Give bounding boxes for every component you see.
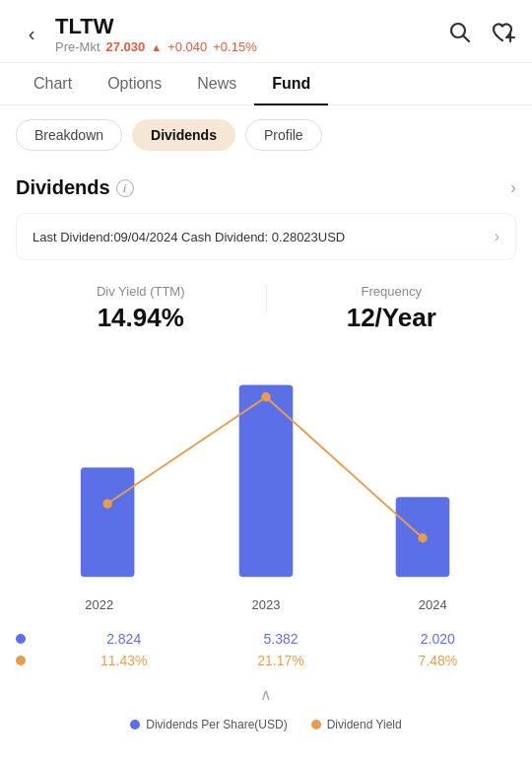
chart-area [16, 353, 516, 593]
dividends-val-2022: 2.824 [45, 631, 202, 647]
dividend-info-box[interactable]: Last Dividend:09/04/2024 Cash Dividend: … [16, 213, 516, 260]
yield-dot-2024 [418, 533, 427, 542]
dividends-dot-icon [16, 634, 26, 644]
section-title: Dividends i [16, 176, 134, 199]
dividends-dot-label [16, 634, 45, 644]
section-header: Dividends i › [0, 165, 532, 207]
pre-mkt-label: Pre-Mkt [55, 39, 100, 54]
price-arrow-icon: ▲ [151, 41, 162, 53]
sub-tabs: Breakdown Dividends Profile [0, 105, 532, 165]
data-rows: 2.824 5.382 2.020 11.43% 21.17% 7.48% [0, 620, 532, 675]
price-value: 27.030 [106, 39, 146, 54]
tab-fund[interactable]: Fund [254, 63, 328, 104]
search-icon[interactable] [447, 20, 471, 49]
section-chevron-icon[interactable]: › [510, 177, 516, 198]
yield-dot-2022 [102, 499, 111, 508]
data-row-yield: 11.43% 21.17% 7.48% [16, 650, 516, 671]
stat-div-yield-label: Div Yield (TTM) [16, 284, 266, 299]
collapse-section[interactable]: ∧ [0, 675, 532, 710]
yield-val-2023: 21.17% [202, 653, 359, 668]
legend-item-yield: Dividend Yield [311, 718, 402, 731]
watchlist-add-icon[interactable] [489, 20, 516, 49]
header: ‹ TLTW Pre-Mkt 27.030 ▲ +0.040 +0.15% [0, 0, 532, 63]
svg-line-1 [464, 35, 470, 41]
subtab-dividends[interactable]: Dividends [132, 119, 235, 151]
bar-chart [16, 353, 516, 590]
stat-frequency: Frequency 12/Year [267, 284, 517, 333]
yield-val-2024: 7.48% [360, 653, 516, 668]
dividends-val-2024: 2.020 [360, 631, 516, 647]
ticker-symbol: TLTW [55, 14, 447, 39]
info-icon[interactable]: i [116, 179, 134, 197]
legend-dot-blue [130, 720, 140, 729]
back-button[interactable]: ‹ [16, 19, 47, 50]
dividends-values: 2.824 5.382 2.020 [45, 631, 516, 647]
dividend-info-text: Last Dividend:09/04/2024 Cash Dividend: … [33, 230, 345, 244]
legend: Dividends Per Share(USD) Dividend Yield [0, 710, 532, 747]
header-icons [447, 20, 516, 49]
yield-dot-2023 [261, 392, 270, 401]
yield-values: 11.43% 21.17% 7.48% [45, 653, 516, 668]
tab-options[interactable]: Options [90, 63, 179, 104]
year-labels: 2022 2023 2024 [0, 593, 532, 620]
tab-chart[interactable]: Chart [16, 63, 90, 104]
data-row-dividends: 2.824 5.382 2.020 [16, 628, 516, 650]
bar-2022 [81, 467, 135, 577]
back-icon: ‹ [29, 23, 35, 45]
ticker-price-row: Pre-Mkt 27.030 ▲ +0.040 +0.15% [55, 39, 447, 54]
stat-div-yield: Div Yield (TTM) 14.94% [16, 284, 266, 333]
yield-dot-label [16, 656, 45, 665]
year-label-2023: 2023 [252, 597, 281, 612]
price-change: +0.040 [167, 39, 207, 54]
legend-label-yield: Dividend Yield [327, 718, 402, 731]
yield-val-2022: 11.43% [45, 653, 202, 668]
year-label-2022: 2022 [85, 597, 113, 612]
legend-dot-orange [311, 720, 321, 729]
collapse-icon: ∧ [260, 685, 272, 704]
nav-tabs: Chart Options News Fund [0, 63, 532, 105]
stat-div-yield-value: 14.94% [16, 303, 266, 333]
tab-news[interactable]: News [179, 63, 254, 104]
legend-label-dividends: Dividends Per Share(USD) [146, 718, 287, 731]
dividends-val-2023: 5.382 [202, 631, 359, 647]
subtab-breakdown[interactable]: Breakdown [16, 119, 122, 151]
price-pct: +0.15% [213, 39, 256, 54]
stat-frequency-label: Frequency [267, 284, 517, 299]
yield-dot-icon [16, 656, 26, 665]
subtab-profile[interactable]: Profile [245, 119, 322, 151]
legend-item-dividends: Dividends Per Share(USD) [130, 718, 287, 731]
year-label-2024: 2024 [419, 597, 447, 612]
stats-row: Div Yield (TTM) 14.94% Frequency 12/Year [0, 276, 532, 353]
ticker-info: TLTW Pre-Mkt 27.030 ▲ +0.040 +0.15% [47, 14, 447, 54]
stat-frequency-value: 12/Year [267, 303, 517, 333]
dividend-info-arrow-icon: › [495, 228, 499, 245]
